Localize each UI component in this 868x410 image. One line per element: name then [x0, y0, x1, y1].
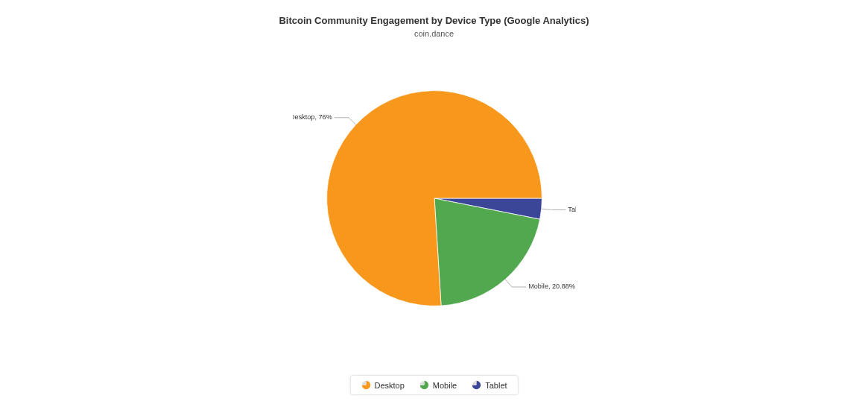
- chart-legend: Desktop Mobile Tablet: [349, 375, 518, 395]
- slice-label-tablet: Tablet, 3.12%: [568, 206, 576, 213]
- legend-item-mobile[interactable]: Mobile: [419, 380, 457, 390]
- callout-line: [505, 280, 526, 287]
- chart-title: Bitcoin Community Engagement by Device T…: [0, 0, 868, 26]
- pie-icon: [472, 380, 481, 390]
- slice-label-mobile: Mobile, 20.88%: [528, 283, 575, 290]
- chart-area: Tablet, 3.12%Mobile, 20.88%Desktop, 76%: [0, 38, 868, 359]
- pie-icon: [419, 380, 429, 390]
- slice-label-desktop: Desktop, 76%: [293, 113, 332, 121]
- pie-chart: Tablet, 3.12%Mobile, 20.88%Desktop, 76%: [293, 57, 576, 340]
- legend-item-tablet[interactable]: Tablet: [472, 380, 507, 390]
- callout-line: [334, 118, 355, 124]
- legend-label: Mobile: [433, 381, 457, 390]
- legend-label: Desktop: [374, 381, 404, 390]
- legend-label: Tablet: [485, 381, 507, 390]
- legend-item-desktop[interactable]: Desktop: [361, 380, 404, 390]
- callout-line: [541, 209, 566, 209]
- pie-icon: [361, 380, 370, 390]
- chart-subtitle: coin.dance: [0, 29, 868, 38]
- pie-svg: Tablet, 3.12%Mobile, 20.88%Desktop, 76%: [293, 57, 576, 340]
